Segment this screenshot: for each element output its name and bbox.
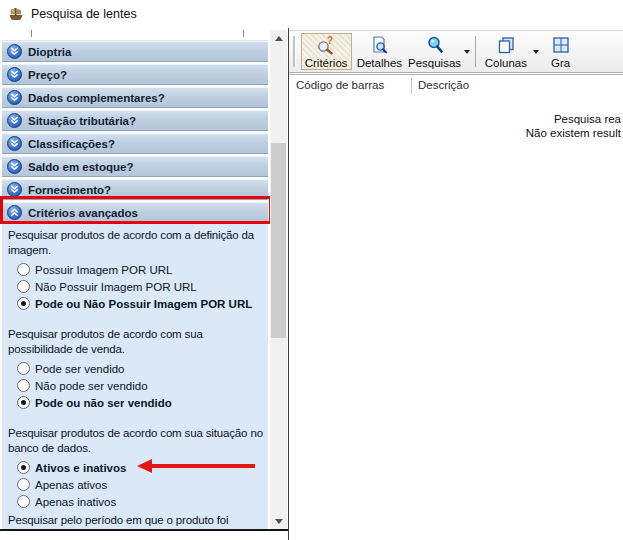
radio-option-nao-possuir-imagem[interactable]: Não Possuir Imagem POR URL	[17, 278, 264, 295]
sidebar-section-situacao-tributaria[interactable]: Situação tributária?	[2, 110, 268, 131]
sidebar-scrolled-strip	[2, 30, 268, 41]
columns-icon	[496, 35, 516, 55]
sidebar-section-dados-complementares[interactable]: Dados complementares?	[2, 87, 268, 108]
radio-option-apenas-ativos[interactable]: Apenas ativos	[17, 476, 264, 493]
radio-option-apenas-inativos[interactable]: Apenas inativos	[17, 493, 264, 510]
sidebar-section-criterios-avancados[interactable]: Critérios avançados	[2, 202, 268, 223]
column-divider[interactable]	[411, 78, 412, 94]
tick-mark	[31, 30, 32, 37]
radio-selected-icon[interactable]	[17, 461, 30, 474]
chevron-double-down-icon	[7, 113, 22, 128]
chevron-up-icon	[275, 36, 283, 41]
tick-mark	[243, 30, 244, 37]
scrollbar-thumb[interactable]	[271, 143, 286, 338]
results-message: Pesquisa rea Não existem result	[401, 112, 621, 140]
radio-icon[interactable]	[17, 478, 30, 491]
sidebar-section-saldo-em-estoque[interactable]: Saldo em estoque?	[2, 156, 268, 177]
annotation-arrow-shaft	[151, 464, 255, 468]
column-header-codigo-de-barras[interactable]: Código de barras	[296, 79, 384, 91]
chevron-double-down-icon	[7, 136, 22, 151]
column-header-descricao[interactable]: Descrição	[418, 79, 469, 91]
image-definition-group: Pesquisar produtos de acordo com a defin…	[8, 228, 264, 312]
registration-period-group: Pesquisar pelo período em que o produto …	[8, 513, 264, 529]
caret-down-icon	[533, 50, 539, 54]
database-status-group: Pesquisar produtos de acordo com sua sit…	[8, 426, 264, 510]
sidebar-section-dioptria[interactable]: Dioptria	[2, 41, 268, 62]
window-bottom-edge	[0, 529, 288, 531]
chevron-double-down-icon	[7, 44, 22, 59]
criterios-button[interactable]: ? Critérios	[301, 33, 352, 70]
chevron-down-icon	[275, 519, 283, 524]
results-toolbar: ? Critérios Detalhes Pesquisas	[289, 30, 623, 73]
window-title: Pesquisa de lentes	[31, 7, 137, 21]
detalhes-button[interactable]: Detalhes	[354, 33, 405, 70]
pesquisas-button[interactable]: Pesquisas	[407, 33, 462, 70]
pesquisas-dropdown-arrow[interactable]	[463, 31, 470, 72]
grid-icon	[551, 35, 571, 55]
radio-option-pode-ser-vendido[interactable]: Pode ser vendido	[17, 360, 264, 377]
document-magnifier-icon	[369, 35, 389, 55]
title-bar: Pesquisa de lentes	[0, 0, 623, 28]
radio-icon[interactable]	[17, 280, 30, 293]
toolbar-separator	[475, 36, 476, 67]
colunas-button[interactable]: Colunas	[480, 33, 531, 70]
scroll-down-button[interactable]	[270, 513, 287, 529]
results-panel: ? Critérios Detalhes Pesquisas	[288, 28, 623, 540]
magnifier-icon	[425, 35, 445, 55]
radio-option-possuir-imagem[interactable]: Possuir Imagem POR URL	[17, 261, 264, 278]
radio-icon[interactable]	[17, 495, 30, 508]
chevron-double-up-icon	[7, 205, 22, 220]
annotation-arrow-head	[137, 459, 152, 473]
radio-option-pode-ou-nao-imagem[interactable]: Pode ou Não Possuir Imagem POR URL	[17, 295, 264, 312]
radio-icon[interactable]	[17, 362, 30, 375]
radio-icon[interactable]	[17, 263, 30, 276]
toolbar-grip-handle[interactable]	[293, 36, 296, 67]
group-label: Pesquisar produtos de acordo com sua pos…	[8, 327, 264, 357]
group-label: Pesquisar produtos de acordo com a defin…	[8, 228, 264, 258]
sidebar-section-classificacoes[interactable]: Classificações?	[2, 133, 268, 154]
group-label: Pesquisar produtos de acordo com sua sit…	[8, 426, 264, 456]
magnifier-question-icon: ?	[316, 35, 336, 55]
svg-text:?: ?	[327, 35, 333, 46]
app-ship-icon	[8, 6, 24, 22]
sidebar-section-fornecimento[interactable]: Fornecimento?	[2, 179, 268, 200]
gra-button-truncated[interactable]: Gra	[541, 33, 622, 70]
radio-selected-icon[interactable]	[17, 396, 30, 409]
radio-option-pode-ou-nao-vendido[interactable]: Pode ou não ser vendido	[17, 394, 264, 411]
colunas-dropdown-arrow[interactable]	[533, 31, 540, 72]
advanced-criteria-panel: Pesquisar produtos de acordo com a defin…	[2, 224, 268, 529]
sellability-group: Pesquisar produtos de acordo com sua pos…	[8, 327, 264, 411]
radio-selected-icon[interactable]	[17, 297, 30, 310]
radio-icon[interactable]	[17, 379, 30, 392]
chevron-double-down-icon	[7, 90, 22, 105]
results-message-line: Pesquisa rea	[401, 112, 621, 126]
lens-search-window: Pesquisa de lentes Dioptria Preço? Dados…	[0, 0, 623, 540]
sidebar-scrollbar[interactable]	[270, 30, 287, 529]
sidebar-section-preco[interactable]: Preço?	[2, 64, 268, 85]
chevron-double-down-icon	[7, 67, 22, 82]
radio-option-nao-pode-ser-vendido[interactable]: Não pode ser vendido	[17, 377, 264, 394]
results-message-line: Não existem result	[401, 126, 621, 140]
caret-down-icon	[464, 50, 470, 54]
group-label: Pesquisar pelo período em que o produto …	[8, 513, 264, 529]
scroll-up-button[interactable]	[270, 30, 287, 46]
chevron-double-down-icon	[7, 182, 22, 197]
chevron-double-down-icon	[7, 159, 22, 174]
results-grid-header: Código de barras Descrição	[289, 74, 623, 97]
